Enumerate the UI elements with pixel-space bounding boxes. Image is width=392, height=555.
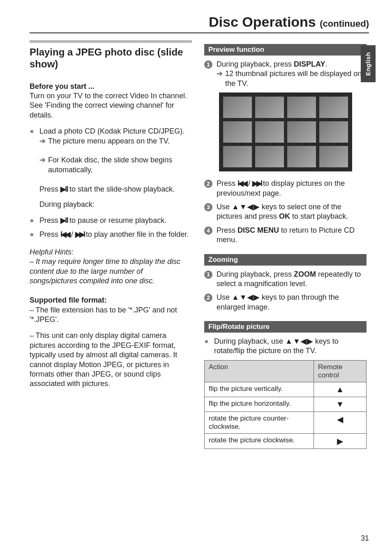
language-label: English xyxy=(365,52,372,76)
arrow-text: 12 thumbnail pictures will be displayed … xyxy=(225,69,367,88)
title-continued: (continued) xyxy=(320,18,369,29)
feature-bar-flip: Flip/Rotate picture xyxy=(204,321,367,333)
text-pre: Press xyxy=(217,179,238,187)
text-pre: Press xyxy=(39,216,60,224)
table-cell-action: flip the picture vertically. xyxy=(205,382,314,397)
supported-format-head: Supported file format: xyxy=(30,296,192,305)
bullet-icon: ● xyxy=(30,127,35,194)
table-cell-key: ◀ xyxy=(314,412,366,433)
step-number-icon: 1 xyxy=(204,60,212,69)
press-text-post: to start the slide-show playback. xyxy=(67,185,175,193)
step-number-icon: 3 xyxy=(204,203,212,211)
bullet-icon: ● xyxy=(30,216,35,225)
step-number-icon: 2 xyxy=(204,294,212,302)
helpful-hints: Helpful Hints: – It may require longer t… xyxy=(30,247,192,286)
table-header-remote: Remote control xyxy=(314,360,366,382)
nav-arrows-icon xyxy=(232,203,260,211)
right-column: Preview function 1 During playback, pres… xyxy=(204,41,367,449)
step-preview-3: 3 Use keys to select one of the pictures… xyxy=(204,202,367,222)
flip-rotate-table: Action Remote control flip the picture v… xyxy=(204,360,367,449)
step-preview-4: 4 Press DISC MENU to return to Picture C… xyxy=(204,226,367,245)
text-pre: Use xyxy=(217,293,232,301)
nav-arrows-icon xyxy=(232,293,260,301)
bullet-icon: ● xyxy=(30,230,35,239)
play-pause-icon xyxy=(60,216,67,224)
table-cell-key: ▲ xyxy=(314,382,366,397)
page-title: Disc Operations (continued) xyxy=(30,14,369,33)
bullet-flip: ● During playback, use keys to rotate/fl… xyxy=(204,337,367,356)
step-zoom-1: 1 During playback, press ZOOM repeatedly… xyxy=(204,270,367,289)
table-cell-key: ▶ xyxy=(314,433,366,449)
before-head: Before you start ... xyxy=(30,82,95,90)
text-pre: Press xyxy=(217,226,238,234)
supported-format-2: – This unit can only display digital cam… xyxy=(30,331,192,388)
bullet-icon: ● xyxy=(204,337,210,356)
prev-icon xyxy=(60,230,69,238)
hints-body: – It may require longer time to display … xyxy=(30,257,180,285)
text-bold: ZOOM xyxy=(294,270,316,278)
text-bold: OK xyxy=(279,212,290,220)
text-bold: DISC MENU xyxy=(238,226,279,234)
table-header-action: Action xyxy=(205,360,314,382)
bullet-load-cd: ● Load a photo CD (Kodak Picture CD/JPEG… xyxy=(30,127,192,194)
before-body: Turn on your TV to the correct Video In … xyxy=(30,92,187,119)
text-post: to pause or resume playback. xyxy=(67,216,166,224)
arrow-text: For Kodak disc, the slide show begins au… xyxy=(48,155,192,175)
text-bold: DISPLAY xyxy=(294,60,325,68)
table-row: rotate the picture clockwise. ▶ xyxy=(205,433,367,449)
text-pre: During playback, use xyxy=(214,337,285,345)
step-preview-1: 1 During playback, press DISPLAY. ➔ 12 t… xyxy=(204,60,367,88)
hints-head: Helpful Hints: xyxy=(30,248,74,256)
table-cell-action: rotate the picture clockwise. xyxy=(205,433,314,449)
feature-bar-preview: Preview function xyxy=(204,44,367,56)
bullet-text: Load a photo CD (Kodak Picture CD/JPEG). xyxy=(39,127,184,135)
step-number-icon: 4 xyxy=(204,227,212,235)
text-mid: / xyxy=(69,230,75,238)
nav-arrows-icon xyxy=(285,337,313,345)
text-pre: During playback, press xyxy=(217,60,294,68)
table-cell-key: ▼ xyxy=(314,397,366,412)
text-pre: Use xyxy=(217,203,232,211)
arrow-icon: ➔ xyxy=(39,136,46,146)
step-number-icon: 1 xyxy=(204,271,212,279)
section-heading: Playing a JPEG photo disc (slide show) xyxy=(30,46,192,70)
before-you-start: Before you start ... Turn on your TV to … xyxy=(30,82,192,120)
next-icon xyxy=(75,230,84,238)
left-column: Playing a JPEG photo disc (slide show) B… xyxy=(30,41,192,449)
text-post: . xyxy=(325,60,327,68)
arrow-icon: ➔ xyxy=(217,69,223,88)
text-mid: / xyxy=(246,179,252,187)
during-playback-label: During playback: xyxy=(30,200,192,209)
thumbnail-grid-illustration xyxy=(204,92,367,171)
next-icon xyxy=(252,179,261,187)
feature-bar-zooming: Zooming xyxy=(204,254,367,266)
table-row: rotate the picture counter-clockwise. ◀ xyxy=(205,412,367,433)
text-post: to play another file in the folder. xyxy=(84,230,189,238)
step-number-icon: 2 xyxy=(204,180,212,188)
section-rule xyxy=(30,41,192,42)
press-text-pre: Press xyxy=(39,185,60,193)
step-preview-2: 2 Press / to display pictures on the pre… xyxy=(204,179,367,198)
text-pre: During playback, press xyxy=(217,270,294,278)
table-cell-action: rotate the picture counter-clockwise. xyxy=(205,412,314,433)
bullet-prevnext: ● Press / to play another file in the fo… xyxy=(30,230,192,239)
prev-icon xyxy=(238,179,246,187)
arrow-icon: ➔ xyxy=(39,155,46,175)
table-cell-action: flip the picture horizontally. xyxy=(205,397,314,412)
step-zoom-2: 2 Use keys to pan through the enlarged i… xyxy=(204,293,367,312)
table-header-row: Action Remote control xyxy=(205,360,367,382)
table-row: flip the picture vertically. ▲ xyxy=(205,382,367,397)
arrow-text: The picture menu appears on the TV. xyxy=(48,136,170,146)
supported-format-1: – The file extension has to be '*.JPG' a… xyxy=(30,305,192,325)
table-row: flip the picture horizontally. ▼ xyxy=(205,397,367,412)
page-number: 31 xyxy=(361,534,369,543)
title-main: Disc Operations xyxy=(209,14,320,30)
bullet-pause: ● Press to pause or resume playback. xyxy=(30,216,192,225)
text-post: to start playback. xyxy=(290,212,348,220)
text-pre: Press xyxy=(39,230,60,238)
language-tab: English xyxy=(361,45,376,82)
play-pause-icon xyxy=(60,185,67,193)
